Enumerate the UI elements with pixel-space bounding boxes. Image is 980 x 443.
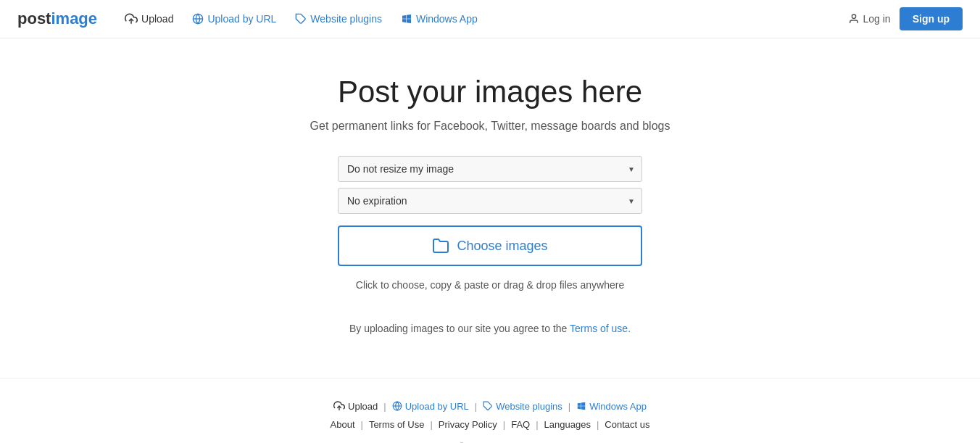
nav-links: Upload Upload by URL Website plugins Win… xyxy=(117,8,847,30)
footer-windows-app-label: Windows App xyxy=(589,401,647,412)
footer-upload-by-url-label: Upload by URL xyxy=(405,401,469,412)
signup-button[interactable]: Sign up xyxy=(900,7,963,30)
windows-icon xyxy=(401,13,412,25)
resize-select[interactable]: Do not resize my image 320 x 240 (QVGA) … xyxy=(338,156,642,182)
footer-website-plugins-label: Website plugins xyxy=(496,401,562,412)
choose-images-button[interactable]: Choose images xyxy=(338,225,642,266)
globe-icon xyxy=(192,13,204,25)
page-subtitle: Get permanent links for Facebook, Twitte… xyxy=(310,120,670,133)
login-label: Log in xyxy=(863,13,891,25)
nav-website-plugins[interactable]: Website plugins xyxy=(288,9,389,29)
footer-languages-label: Languages xyxy=(544,419,591,430)
footer-puzzle-icon xyxy=(483,401,493,411)
footer-faq[interactable]: FAQ xyxy=(511,419,530,430)
footer-upload-label: Upload xyxy=(348,401,378,412)
terms-link-text: Terms of use. xyxy=(570,323,631,334)
footer-sep-2: | xyxy=(475,401,477,412)
upload-form: Do not resize my image 320 x 240 (QVGA) … xyxy=(338,156,642,334)
footer-about-label: About xyxy=(331,419,355,430)
footer: Upload | Upload by URL | Website plugins… xyxy=(0,378,980,443)
nav-windows-app-label: Windows App xyxy=(416,13,478,25)
footer-privacy[interactable]: Privacy Policy xyxy=(439,419,497,430)
logo[interactable]: postimage xyxy=(17,9,97,28)
main-content: Post your images here Get permanent link… xyxy=(0,38,980,356)
login-link[interactable]: Log in xyxy=(848,13,891,25)
footer-windows-app[interactable]: Windows App xyxy=(576,401,647,412)
logo-part2: image xyxy=(51,9,97,28)
footer-terms[interactable]: Terms of Use xyxy=(369,419,425,430)
drag-hint: Click to choose, copy & paste or drag & … xyxy=(356,279,624,291)
footer-upload-by-url[interactable]: Upload by URL xyxy=(392,401,469,412)
terms-prefix: By uploading images to our site you agre… xyxy=(349,323,567,334)
footer-sep-8: | xyxy=(597,419,599,430)
footer-contact[interactable]: Contact us xyxy=(605,419,649,430)
footer-windows-icon xyxy=(576,401,586,411)
footer-upload[interactable]: Upload xyxy=(333,400,378,412)
svg-point-4 xyxy=(852,15,855,18)
footer-sep-3: | xyxy=(568,401,570,412)
footer-about[interactable]: About xyxy=(331,419,355,430)
footer-languages[interactable]: Languages xyxy=(544,419,591,430)
nav-upload-by-url[interactable]: Upload by URL xyxy=(185,9,283,29)
navbar: postimage Upload Upload by URL Web xyxy=(0,0,980,38)
terms-link[interactable]: Terms of use. xyxy=(570,323,631,334)
footer-sep-5: | xyxy=(430,419,432,430)
footer-upload-icon xyxy=(333,400,345,412)
puzzle-icon xyxy=(295,13,307,25)
footer-globe-icon xyxy=(392,401,402,411)
page-title: Post your images here xyxy=(338,75,642,109)
choose-images-label: Choose images xyxy=(457,239,547,254)
expiration-select[interactable]: No expiration 1 week 1 month 3 months 6 … xyxy=(338,188,642,214)
upload-cloud-icon xyxy=(125,12,138,25)
folder-open-icon xyxy=(432,237,449,254)
footer-faq-label: FAQ xyxy=(511,419,530,430)
user-icon xyxy=(848,13,860,25)
logo-part1: post xyxy=(17,9,51,28)
footer-sep-6: | xyxy=(503,419,505,430)
footer-contact-label: Contact us xyxy=(605,419,649,430)
resize-select-wrapper: Do not resize my image 320 x 240 (QVGA) … xyxy=(338,156,642,182)
footer-sep-1: | xyxy=(383,401,386,412)
footer-links-bottom: About | Terms of Use | Privacy Policy | … xyxy=(331,419,650,430)
nav-windows-app[interactable]: Windows App xyxy=(394,9,485,29)
nav-upload[interactable]: Upload xyxy=(117,8,180,30)
nav-upload-label: Upload xyxy=(141,13,173,25)
footer-sep-7: | xyxy=(536,419,538,430)
footer-terms-label: Terms of Use xyxy=(369,419,425,430)
footer-sep-4: | xyxy=(361,419,363,430)
footer-website-plugins[interactable]: Website plugins xyxy=(483,401,562,412)
nav-right: Log in Sign up xyxy=(848,7,963,30)
footer-privacy-label: Privacy Policy xyxy=(439,419,497,430)
terms-text: By uploading images to our site you agre… xyxy=(349,323,631,334)
nav-upload-by-url-label: Upload by URL xyxy=(207,13,276,25)
expiration-select-wrapper: No expiration 1 week 1 month 3 months 6 … xyxy=(338,188,642,214)
footer-links-top: Upload | Upload by URL | Website plugins… xyxy=(333,400,647,412)
nav-website-plugins-label: Website plugins xyxy=(310,13,382,25)
